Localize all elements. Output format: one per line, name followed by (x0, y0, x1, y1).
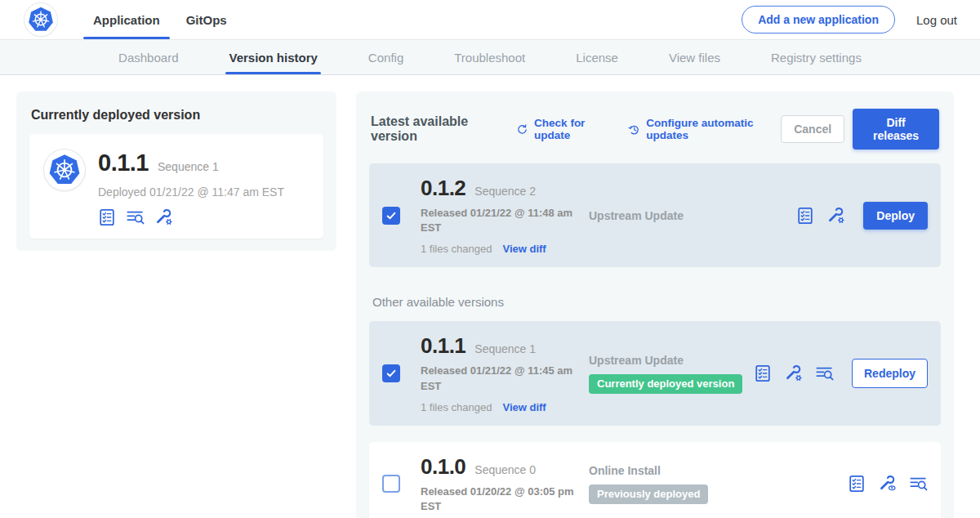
subtab-config-label: Config (368, 51, 403, 65)
source-label: Online Install (589, 464, 848, 477)
edit-config-icon[interactable] (785, 364, 803, 382)
currently-deployed-panel: Currently deployed version 0.1.1 Sequenc… (16, 92, 336, 251)
subtab-dashboard-label: Dashboard (118, 51, 178, 65)
version-info: 0.1.2 Sequence 2 Released 01/21/22 @ 11:… (421, 176, 584, 255)
available-versions-panel: Latest available version Check for updat… (356, 92, 954, 518)
source-label: Upstream Update (589, 354, 754, 367)
tab-application[interactable]: Application (80, 0, 173, 39)
deployed-timestamp: Deployed 01/21/22 @ 11:47 am EST (98, 185, 284, 199)
version-number: 0.1.2 (421, 176, 466, 201)
version-actions: Deploy (796, 202, 928, 230)
refresh-icon (516, 123, 528, 136)
currently-deployed-card: 0.1.1 Sequence 1 Deployed 01/21/22 @ 11:… (29, 134, 323, 239)
subtab-version-history[interactable]: Version history (225, 40, 320, 74)
version-number: 0.1.1 (421, 333, 466, 359)
deploy-button[interactable]: Deploy (863, 202, 928, 230)
preflight-checks-icon[interactable] (848, 475, 866, 493)
version-row-0-1-1: 0.1.1 Sequence 1 Released 01/21/22 @ 11:… (369, 321, 941, 425)
version-source: Online Install Previously deployed (584, 464, 848, 504)
configure-automatic-updates-label: Configure automatic updates (646, 117, 781, 141)
check-icon (385, 368, 397, 379)
subtab-license-label: License (576, 51, 618, 65)
app-tabs: Application GitOps (80, 0, 240, 39)
subtab-version-history-label: Version history (229, 51, 317, 65)
released-timestamp: Released 01/21/22 @ 11:45 am EST (421, 364, 577, 393)
deployed-version-info: 0.1.1 Sequence 1 Deployed 01/21/22 @ 11:… (98, 148, 284, 226)
version-row-0-1-0: 0.1.0 Sequence 0 Released 01/20/22 @ 03:… (369, 442, 941, 518)
top-nav: Application GitOps Add a new application… (0, 0, 980, 40)
source-label: Upstream Update (589, 209, 796, 222)
subtab-view-files[interactable]: View files (666, 40, 724, 74)
deployed-version-number: 0.1.1 (98, 150, 149, 176)
subtab-registry-settings[interactable]: Registry settings (768, 40, 865, 74)
version-checkbox[interactable] (382, 207, 400, 225)
check-for-update-link[interactable]: Check for update (516, 117, 613, 141)
tab-application-label: Application (93, 13, 160, 27)
app-subnav: Dashboard Version history Config Trouble… (0, 40, 980, 75)
edit-config-icon[interactable] (155, 208, 173, 226)
version-source: Upstream Update (584, 209, 796, 222)
app-icon (44, 150, 85, 190)
deployed-version-actions (98, 208, 284, 226)
subtab-view-files-label: View files (669, 51, 720, 65)
logout-button[interactable]: Log out (916, 13, 957, 27)
configure-automatic-updates-link[interactable]: Configure automatic updates (628, 117, 781, 141)
deploy-logs-icon[interactable] (910, 475, 928, 493)
subtab-troubleshoot-label: Troubleshoot (454, 51, 525, 65)
add-new-application-button[interactable]: Add a new application (742, 6, 895, 33)
previously-deployed-badge: Previously deployed (589, 485, 708, 504)
deploy-logs-icon[interactable] (127, 208, 145, 226)
currently-deployed-title: Currently deployed version (31, 108, 322, 123)
subtab-registry-settings-label: Registry settings (771, 51, 862, 65)
version-number: 0.1.0 (421, 454, 466, 480)
version-actions: Redeploy (754, 359, 928, 388)
files-changed-label: 1 files changed (421, 401, 492, 413)
subtab-license[interactable]: License (572, 40, 621, 74)
sequence-label: Sequence 1 (474, 342, 536, 355)
edit-config-icon[interactable] (827, 207, 845, 225)
view-config-icon[interactable] (879, 475, 897, 493)
tab-gitops-label: GitOps (186, 13, 227, 27)
kubernetes-helm-icon (47, 153, 82, 187)
version-source: Upstream Update Currently deployed versi… (584, 354, 754, 394)
latest-available-title: Latest available version (371, 114, 501, 144)
cancel-button[interactable]: Cancel (781, 115, 844, 143)
diff-releases-button[interactable]: Diff releases (853, 109, 939, 150)
deployed-sequence-label: Sequence 1 (158, 160, 219, 173)
redeploy-button[interactable]: Redeploy (852, 359, 928, 388)
main-content: Currently deployed version 0.1.1 Sequenc… (0, 75, 980, 518)
version-info: 0.1.0 Sequence 0 Released 01/20/22 @ 03:… (421, 454, 584, 514)
version-checkbox[interactable] (382, 364, 400, 382)
other-available-versions-title: Other available versions (372, 295, 938, 309)
tab-gitops[interactable]: GitOps (173, 0, 240, 39)
deploy-logs-icon[interactable] (816, 364, 834, 382)
files-changed-label: 1 files changed (421, 243, 492, 255)
currently-deployed-badge: Currently deployed version (589, 374, 742, 394)
preflight-checks-icon[interactable] (754, 364, 772, 382)
view-diff-link[interactable]: View diff (502, 243, 546, 255)
subtab-dashboard[interactable]: Dashboard (115, 40, 181, 74)
version-actions (848, 475, 928, 493)
check-for-update-label: Check for update (534, 117, 613, 141)
released-timestamp: Released 01/21/22 @ 11:48 am EST (421, 206, 577, 235)
version-info: 0.1.1 Sequence 1 Released 01/21/22 @ 11:… (421, 333, 584, 413)
sequence-label: Sequence 2 (474, 185, 536, 198)
kubernetes-helm-icon (27, 6, 55, 33)
subtab-troubleshoot[interactable]: Troubleshoot (451, 40, 528, 74)
preflight-checks-icon[interactable] (98, 208, 116, 226)
version-row-0-1-2: 0.1.2 Sequence 2 Released 01/21/22 @ 11:… (369, 163, 941, 267)
check-icon (385, 210, 397, 221)
released-timestamp: Released 01/20/22 @ 03:05 pm EST (421, 485, 577, 514)
clock-refresh-icon (628, 123, 640, 136)
sequence-label: Sequence 0 (474, 463, 536, 476)
latest-available-header: Latest available version Check for updat… (371, 109, 939, 150)
subtab-config[interactable]: Config (365, 40, 407, 74)
version-checkbox[interactable] (382, 475, 400, 493)
preflight-checks-icon[interactable] (796, 207, 814, 225)
kubernetes-logo[interactable] (24, 3, 57, 36)
view-diff-link[interactable]: View diff (502, 401, 546, 413)
